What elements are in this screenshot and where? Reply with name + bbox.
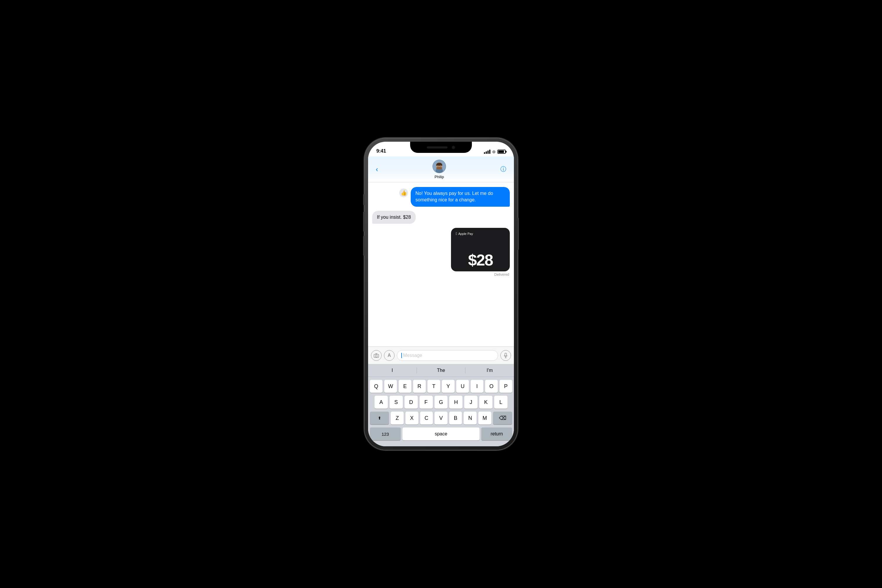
mute-button[interactable] [363, 194, 364, 205]
key-e[interactable]: E [399, 380, 411, 393]
nav-header: ‹ [368, 156, 514, 182]
apple-pay-card[interactable]:  Apple Pay $28 [451, 228, 510, 272]
power-button[interactable] [518, 218, 519, 250]
bubble-sent-text: No! You always pay for us. Let me do som… [411, 187, 510, 207]
key-y[interactable]: Y [442, 380, 454, 393]
phone-screen: 9:41 ⊜ ‹ [368, 142, 514, 446]
notch [410, 142, 472, 153]
battery-fill [498, 150, 504, 153]
shift-key[interactable]: ⬆ [370, 412, 389, 424]
predictive-bar: I The I'm [368, 364, 514, 377]
svg-rect-9 [505, 353, 507, 356]
battery-icon [498, 150, 506, 154]
delivered-status: Delivered [494, 273, 510, 277]
key-n[interactable]: N [464, 412, 477, 424]
key-row-1: Q W E R T Y U I O P [370, 380, 512, 393]
nav-center[interactable]: Philip [432, 160, 446, 179]
delete-key[interactable]: ⌫ [493, 412, 512, 424]
key-b[interactable]: B [449, 412, 462, 424]
input-bar: A Message [368, 346, 514, 364]
key-s[interactable]: S [390, 396, 403, 409]
message-received: If you insist. $28 [372, 211, 510, 224]
status-icons: ⊜ [484, 149, 506, 154]
key-k[interactable]: K [479, 396, 492, 409]
microphone-button[interactable] [500, 350, 511, 361]
svg-point-3 [436, 166, 442, 170]
key-a[interactable]: A [375, 396, 388, 409]
keyboard: I The I'm Q W E R T Y U I O [368, 364, 514, 446]
key-z[interactable]: Z [391, 412, 404, 424]
bubble-received-text: If you insist. $28 [372, 211, 416, 224]
key-q[interactable]: Q [370, 380, 382, 393]
key-row-2: A S D F G H J K L [370, 396, 512, 409]
key-rows: Q W E R T Y U I O P A S D F G [368, 377, 514, 442]
key-f[interactable]: F [420, 396, 433, 409]
message-placeholder: Message [403, 353, 422, 358]
predictive-item-2[interactable]: The [417, 368, 465, 373]
key-t[interactable]: T [428, 380, 440, 393]
key-l[interactable]: L [494, 396, 507, 409]
key-x[interactable]: X [405, 412, 418, 424]
key-u[interactable]: U [456, 380, 469, 393]
space-key[interactable]: space [402, 428, 480, 440]
phone-frame: 9:41 ⊜ ‹ [364, 138, 518, 450]
wifi-icon: ⊜ [492, 149, 496, 154]
avatar-image [433, 160, 446, 173]
key-m[interactable]: M [478, 412, 491, 424]
key-w[interactable]: W [384, 380, 397, 393]
key-r[interactable]: R [413, 380, 426, 393]
signal-bars [484, 150, 490, 154]
key-h[interactable]: H [449, 396, 462, 409]
contact-name: Philip [435, 175, 444, 179]
apple-pay-label:  Apple Pay [456, 231, 505, 236]
back-button[interactable]: ‹ [374, 163, 380, 176]
return-key[interactable]: return [481, 428, 512, 440]
message-sent: 👍 No! You always pay for us. Let me do s… [372, 187, 510, 207]
status-time: 9:41 [376, 148, 386, 154]
apple-pay-message[interactable]:  Apple Pay $28 Delivered [372, 228, 510, 277]
contact-avatar [432, 160, 446, 173]
thumbs-up-reaction: 👍 [399, 188, 408, 198]
key-o[interactable]: O [485, 380, 498, 393]
volume-down-button[interactable] [363, 236, 364, 256]
key-v[interactable]: V [435, 412, 447, 424]
svg-point-8 [375, 355, 378, 357]
text-cursor [401, 353, 402, 358]
key-g[interactable]: G [435, 396, 448, 409]
key-d[interactable]: D [405, 396, 418, 409]
key-row-3: ⬆ Z X C V B N M ⌫ [370, 412, 512, 424]
volume-up-button[interactable] [363, 212, 364, 232]
key-p[interactable]: P [500, 380, 512, 393]
info-button[interactable]: ⓘ [498, 163, 508, 176]
key-row-4: 123 space return [370, 428, 512, 440]
messages-area: 👍 No! You always pay for us. Let me do s… [368, 182, 514, 346]
message-input[interactable]: Message [397, 350, 498, 361]
key-j[interactable]: J [464, 396, 477, 409]
numbers-key[interactable]: 123 [370, 428, 401, 440]
apple-logo-icon:  [456, 231, 457, 236]
apps-button[interactable]: A [384, 350, 394, 361]
key-c[interactable]: C [420, 412, 433, 424]
key-i[interactable]: I [471, 380, 483, 393]
speaker [427, 146, 447, 148]
predictive-item-3[interactable]: I'm [465, 368, 514, 373]
apple-pay-amount: $28 [456, 252, 505, 268]
front-camera [452, 146, 455, 149]
predictive-item-1[interactable]: I [368, 368, 417, 373]
camera-button[interactable] [371, 350, 382, 361]
